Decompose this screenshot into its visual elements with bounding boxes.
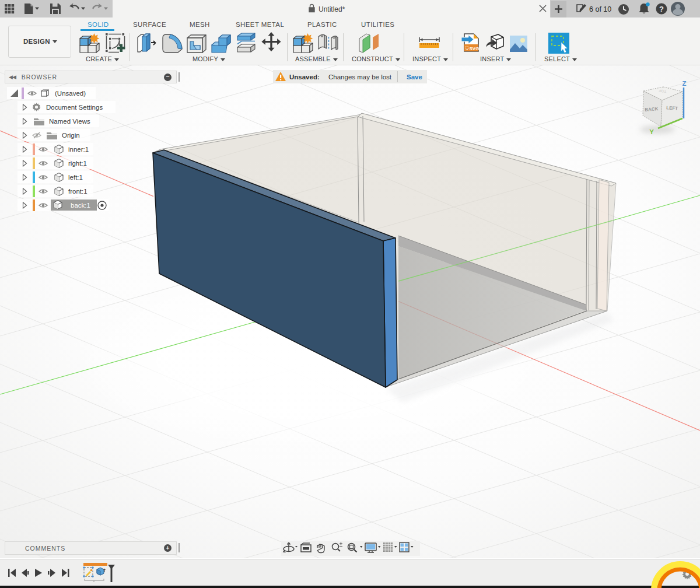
svg-text:6 of 10: 6 of 10	[589, 5, 611, 13]
svg-text:SVG: SVG	[470, 46, 480, 51]
svg-text:Y: Y	[649, 128, 654, 135]
svg-text:?: ?	[659, 5, 664, 13]
svg-text:LEFT: LEFT	[666, 105, 678, 111]
svg-text:Untitled*: Untitled*	[318, 5, 345, 13]
svg-text:BACK: BACK	[645, 106, 659, 113]
svg-text:Z: Z	[682, 80, 686, 87]
